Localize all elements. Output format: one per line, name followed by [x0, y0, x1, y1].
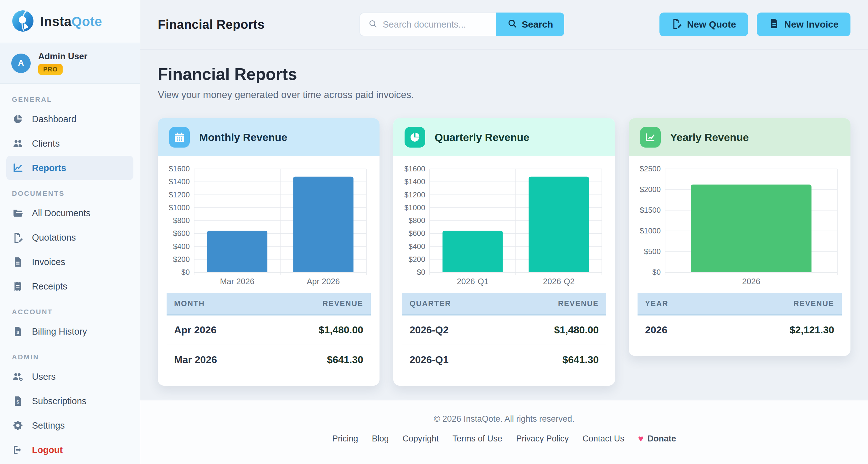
svg-text:$0: $0: [181, 268, 190, 276]
svg-text:$800: $800: [409, 216, 425, 225]
calendar-icon: [169, 127, 190, 148]
sidebar-item-all-documents[interactable]: All Documents: [0, 201, 140, 225]
page-title: Financial Reports: [158, 64, 850, 84]
avatar: A: [11, 54, 31, 73]
pie-chart-icon: [405, 127, 425, 148]
revenue-table: QUARTERREVENUE2026-Q2$1,480.002026-Q1$64…: [393, 289, 615, 386]
svg-text:$1000: $1000: [640, 227, 661, 235]
svg-text:$600: $600: [173, 229, 190, 237]
svg-text:$0: $0: [417, 268, 425, 276]
svg-text:$: $: [17, 330, 20, 335]
revenue-chart[interactable]: $0$200$400$600$800$1000$1200$1400$160020…: [393, 156, 615, 289]
table-column-header: QUARTER: [402, 293, 501, 315]
file-pen-icon: [12, 232, 24, 243]
folder-open-icon: [12, 207, 24, 219]
sidebar-item-settings[interactable]: Settings: [0, 413, 140, 438]
user-panel[interactable]: A Admin User PRO: [0, 43, 140, 84]
search-button[interactable]: Search: [496, 12, 564, 36]
svg-text:$400: $400: [173, 242, 190, 251]
svg-text:$2500: $2500: [640, 165, 661, 173]
footer-link-copyright[interactable]: Copyright: [403, 434, 439, 444]
table-cell: 2026-Q1: [402, 345, 501, 374]
page-subtitle: View your money generated over time acro…: [158, 89, 850, 100]
table-row: Apr 2026$1,480.00: [166, 315, 371, 345]
footer-link-contact-us[interactable]: Contact Us: [582, 434, 624, 444]
search-icon: [368, 19, 378, 30]
search-input[interactable]: [383, 20, 488, 30]
revenue-chart[interactable]: $0$500$1000$1500$2000$25002026: [629, 156, 850, 289]
svg-text:$2000: $2000: [640, 185, 661, 194]
footer-link-blog[interactable]: Blog: [372, 434, 389, 444]
search-group: Search: [360, 12, 564, 36]
table-column-header: REVENUE: [501, 293, 606, 315]
svg-text:$1200: $1200: [404, 191, 425, 199]
new-quote-button[interactable]: New Quote: [659, 12, 748, 36]
svg-text:$1600: $1600: [404, 165, 425, 173]
sidebar-item-receipts[interactable]: Receipts: [0, 274, 140, 298]
footer-link-pricing[interactable]: Pricing: [332, 434, 358, 444]
sidebar-item-label: Invoices: [32, 257, 65, 267]
table-column-header: YEAR: [638, 293, 718, 315]
clients-icon: [12, 138, 24, 149]
svg-text:$200: $200: [173, 255, 190, 263]
footer-copyright: © 2026 InstaQote. All rights reserved.: [140, 414, 868, 424]
topbar-actions: New Quote New Invoice: [659, 12, 850, 36]
svg-text:$500: $500: [644, 247, 661, 256]
svg-text:$400: $400: [409, 242, 425, 251]
sidebar-item-clients[interactable]: Clients: [0, 131, 140, 156]
sidebar-item-quotations[interactable]: Quotations: [0, 225, 140, 250]
receipt-icon: [12, 281, 24, 292]
new-invoice-button[interactable]: New Invoice: [757, 12, 850, 36]
footer-link-donate[interactable]: ♥Donate: [638, 433, 676, 444]
card-header: Yearly Revenue: [629, 118, 850, 156]
table-column-header: REVENUE: [718, 293, 842, 315]
sidebar-item-subscriptions[interactable]: $Subscriptions: [0, 389, 140, 413]
svg-text:$600: $600: [409, 229, 425, 237]
report-card-quarterly-revenue: Quarterly Revenue$0$200$400$600$800$1000…: [393, 118, 615, 386]
brand-logo[interactable]: InstaQote: [0, 0, 140, 43]
main-column: Financial Reports: [140, 0, 868, 464]
sidebar-item-label: All Documents: [32, 208, 91, 219]
brand-name: InstaQote: [40, 14, 102, 29]
sidebar-item-label: Subscriptions: [32, 396, 86, 406]
svg-text:$0: $0: [652, 268, 661, 276]
sidebar-section-label: GENERAL: [0, 86, 140, 107]
app-root: InstaQote A Admin User PRO GENERALDashbo…: [0, 0, 868, 464]
revenue-chart[interactable]: $0$200$400$600$800$1000$1200$1400$1600Ma…: [158, 156, 379, 289]
footer-link-privacy-policy[interactable]: Privacy Policy: [516, 434, 569, 444]
svg-text:$1400: $1400: [169, 177, 190, 186]
table-cell: $641.30: [267, 345, 371, 374]
sidebar-item-label: Logout: [32, 445, 63, 455]
table-column-header: REVENUE: [267, 293, 371, 315]
svg-text:$: $: [17, 400, 20, 404]
report-cards: Monthly Revenue$0$200$400$600$800$1000$1…: [158, 118, 850, 386]
file-invoice-icon: [12, 256, 24, 268]
sidebar-section-label: DOCUMENTS: [0, 180, 140, 201]
content: Financial Reports View your money genera…: [140, 50, 868, 400]
svg-text:$1200: $1200: [169, 191, 190, 199]
sidebar-item-billing-history[interactable]: $Billing History: [0, 319, 140, 344]
card-header: Monthly Revenue: [158, 118, 379, 156]
table-cell: $641.30: [501, 345, 606, 374]
sidebar-nav: GENERALDashboardClientsReportsDOCUMENTSA…: [0, 84, 140, 464]
table-row: 2026$2,121.30: [638, 315, 842, 345]
sidebar-item-invoices[interactable]: Invoices: [0, 250, 140, 274]
sidebar-item-reports[interactable]: Reports: [6, 156, 133, 180]
sidebar-item-users[interactable]: Users: [0, 365, 140, 389]
sidebar-item-label: Dashboard: [32, 114, 76, 124]
topbar: Financial Reports: [140, 0, 868, 50]
user-name: Admin User: [38, 51, 87, 61]
sidebar-section-label: ADMIN: [0, 344, 140, 365]
instaqote-logo-icon: [11, 9, 34, 34]
footer-link-terms-of-use[interactable]: Terms of Use: [453, 434, 502, 444]
sidebar-item-dashboard[interactable]: Dashboard: [0, 107, 140, 131]
card-header: Quarterly Revenue: [393, 118, 615, 156]
sidebar-item-label: Settings: [32, 420, 65, 431]
table-cell: $1,480.00: [267, 315, 371, 345]
file-pen-icon: [671, 18, 682, 31]
table-row: Mar 2026$641.30: [166, 345, 371, 374]
footer-links: PricingBlogCopyrightTerms of UsePrivacy …: [140, 433, 868, 444]
chart-line-icon: [640, 127, 661, 148]
sidebar-item-logout[interactable]: Logout: [0, 438, 140, 462]
pro-badge: PRO: [38, 64, 63, 75]
